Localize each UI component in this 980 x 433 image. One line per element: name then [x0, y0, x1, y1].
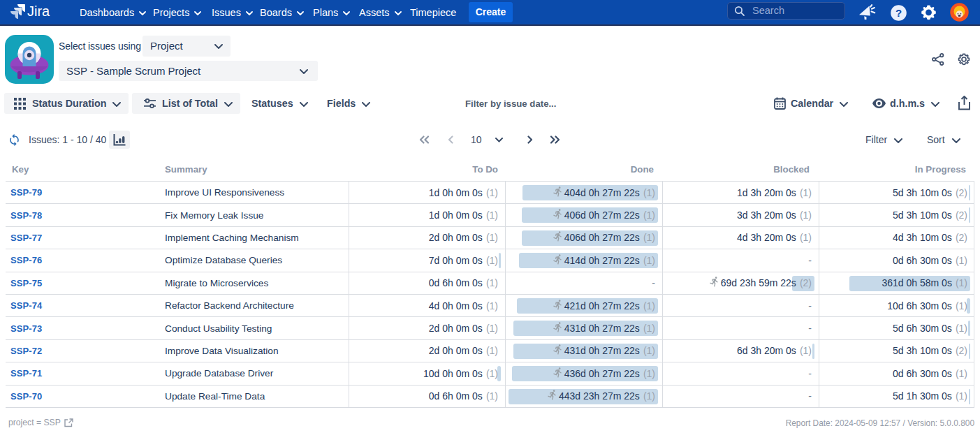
svg-text:?: ?: [895, 7, 902, 19]
